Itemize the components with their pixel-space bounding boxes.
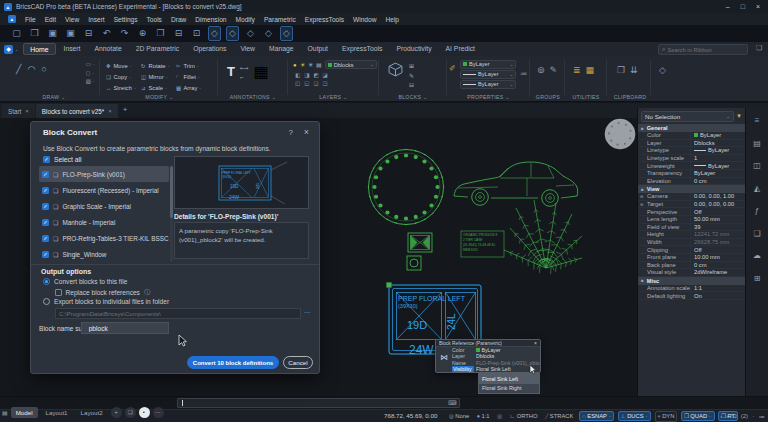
toggle-ducs[interactable]: ⊥DUCS⌄ bbox=[618, 411, 651, 421]
table-icon[interactable]: ▦ bbox=[254, 62, 269, 81]
layers-button[interactable]: ❏ bbox=[125, 407, 136, 418]
layout-tab-layout1[interactable]: Layout1 bbox=[41, 407, 73, 418]
suffix-input[interactable] bbox=[81, 322, 169, 334]
menu-file[interactable]: File bbox=[25, 16, 36, 23]
filter-icon[interactable]: ▼ bbox=[736, 113, 742, 119]
text-styles-panel-icon[interactable]: ƒ bbox=[755, 206, 759, 215]
components-panel-icon[interactable]: ⊞ bbox=[754, 274, 761, 283]
toggle-1-1[interactable]: ●1:1 bbox=[475, 412, 492, 420]
section-view[interactable]: ■View bbox=[638, 185, 745, 193]
toggle-grid[interactable]: ▦ bbox=[495, 412, 504, 420]
item-checkbox[interactable]: ✓ bbox=[42, 251, 49, 258]
toggle-esnap[interactable]: ∩ESNAP⌄ bbox=[579, 411, 615, 421]
property-value[interactable]: Off bbox=[690, 208, 745, 215]
new-file-icon[interactable]: ▢ bbox=[10, 27, 23, 40]
tab-close-icon[interactable]: × bbox=[108, 108, 112, 114]
image-icon[interactable]: ⊡ bbox=[190, 27, 203, 40]
blocks-panel-icon[interactable]: ❏ bbox=[753, 229, 760, 238]
list-item[interactable]: ✓❏Fluorescent (Recessed) - Imperial bbox=[39, 182, 169, 198]
group-tool-icon[interactable]: ⊚ bbox=[537, 65, 545, 75]
selection-dropdown[interactable]: No Selection⌄ bbox=[641, 111, 734, 122]
doc-tab-start[interactable]: Start× bbox=[2, 104, 35, 118]
circle-icon[interactable]: ○ bbox=[41, 64, 46, 74]
ribbon-panel-toggle-icon[interactable]: ❏ bbox=[756, 44, 762, 52]
new-tab-button[interactable]: + bbox=[123, 105, 128, 116]
select-all-checkbox[interactable]: ✓ bbox=[43, 156, 50, 163]
property-value[interactable]: 0 cm bbox=[690, 262, 745, 269]
dropdown-option[interactable]: Floral Sink Right bbox=[479, 384, 539, 394]
bylayer-select-1[interactable]: ByLayer⌄ bbox=[460, 70, 516, 79]
tab-close-icon[interactable]: × bbox=[25, 108, 29, 114]
clipboard-tool-icon[interactable]: ❐ bbox=[617, 65, 625, 75]
bylayer-select-0[interactable]: ByLayer⌄ bbox=[460, 60, 516, 69]
toggle-strack[interactable]: ╱STRACK bbox=[543, 412, 575, 420]
list-item[interactable]: ✓❏Graphic Scale - Imperial bbox=[39, 198, 169, 214]
menu-settings[interactable]: Settings bbox=[114, 16, 138, 23]
search-input[interactable] bbox=[667, 47, 744, 53]
dialog-close-icon[interactable]: × bbox=[304, 127, 309, 137]
property-value[interactable]: 50.00 mm bbox=[690, 216, 745, 223]
command-input[interactable] bbox=[177, 398, 460, 408]
item-checkbox[interactable]: ✓ bbox=[42, 203, 49, 210]
dropdown-option[interactable]: Floral Sink Left bbox=[479, 374, 539, 384]
property-value[interactable]: 1 bbox=[690, 155, 745, 162]
menu-draw[interactable]: Draw bbox=[171, 16, 186, 23]
scale-button[interactable]: ⊿Scale⌄ bbox=[141, 85, 176, 91]
layout-tab-layout2[interactable]: Layout2 bbox=[76, 407, 108, 418]
bricscad-logo-icon[interactable]: ◆ bbox=[4, 45, 13, 54]
property-value[interactable]: 2dWireframe bbox=[690, 269, 745, 276]
car-block[interactable] bbox=[454, 162, 578, 206]
property-value[interactable]: Dblocks bbox=[690, 140, 745, 147]
mirror-button[interactable]: ◫Mirror⌄ bbox=[141, 74, 176, 80]
layers-panel-icon[interactable]: ▤ bbox=[753, 139, 761, 148]
tab-annotate[interactable]: Annotate bbox=[89, 43, 128, 55]
popup-close-icon[interactable]: × bbox=[534, 340, 537, 346]
tab-productivity[interactable]: Productivity bbox=[390, 43, 437, 55]
stretch-button[interactable]: ↔Stretch⌄ bbox=[106, 85, 141, 91]
more-button[interactable]: ⋯ bbox=[153, 407, 164, 418]
bylayer-select-2[interactable]: ByLayer⌄ bbox=[460, 80, 516, 89]
ribbon-search[interactable]: ⌕ bbox=[658, 44, 748, 55]
save-as-icon[interactable]: ▣ bbox=[64, 27, 77, 40]
rectangle-icon[interactable]: ▭⌄ bbox=[86, 61, 95, 67]
print-icon[interactable]: ⊟ bbox=[82, 27, 95, 40]
tab-2d-parametric[interactable]: 2D Parametric bbox=[130, 43, 185, 55]
copy-icon[interactable]: ❐ bbox=[154, 27, 167, 40]
view-cube2-icon[interactable]: ◇ bbox=[226, 26, 239, 41]
redo-icon[interactable]: ↷ bbox=[118, 27, 131, 40]
doc-tab-blocks-to-convert-v25[interactable]: Blocks to convert v25*× bbox=[36, 104, 118, 118]
block-cube-icon[interactable] bbox=[388, 62, 403, 77]
app-menu-icon[interactable]: ▴ bbox=[8, 15, 16, 23]
browse-button[interactable]: ... bbox=[304, 307, 310, 314]
menu-dimension[interactable]: Dimension bbox=[195, 16, 226, 23]
replace-references-checkbox[interactable]: Replace block references ⓘ bbox=[55, 288, 150, 297]
popup-value[interactable]: ByLayer bbox=[476, 347, 540, 353]
list-scrollbar-thumb[interactable] bbox=[170, 166, 173, 218]
item-checkbox[interactable]: ✓ bbox=[42, 171, 49, 178]
property-value[interactable]: 0.00, 0.00, 1.00 bbox=[690, 193, 745, 200]
list-item[interactable]: ✓❏Manhole - Imperial bbox=[39, 214, 169, 230]
group-tool-icon[interactable]: ✎ bbox=[550, 65, 558, 75]
round-window-block[interactable] bbox=[407, 256, 421, 270]
item-checkbox[interactable]: ✓ bbox=[42, 235, 49, 242]
tab-view[interactable]: View bbox=[234, 43, 261, 55]
utility-tool-icon[interactable]: ▦ bbox=[586, 65, 595, 75]
block-tool-icon[interactable]: ✎ bbox=[409, 72, 414, 79]
view-tool-icon[interactable]: ◇ bbox=[659, 65, 666, 75]
property-value[interactable]: 1:1 bbox=[690, 285, 745, 292]
record-button[interactable]: ▪ bbox=[139, 407, 150, 418]
block-tool-icon[interactable]: ⊞ bbox=[409, 62, 414, 69]
popup-value[interactable]: Dblocks bbox=[476, 353, 540, 359]
leader-icon[interactable]: ⌐ bbox=[240, 74, 249, 80]
save-icon[interactable]: ▣ bbox=[46, 27, 59, 40]
menu-edit[interactable]: Edit bbox=[45, 16, 56, 23]
tab-manage[interactable]: Manage bbox=[263, 43, 300, 55]
hatch-icon[interactable]: ▨⌄ bbox=[86, 78, 95, 84]
layer-tool-icon[interactable]: ◨ bbox=[304, 72, 309, 78]
clipboard-tool-icon[interactable]: ⇊ bbox=[630, 65, 638, 75]
new-layout-button[interactable]: + bbox=[111, 407, 122, 418]
list-item[interactable]: ✓❏PRO-Refrig-Tables-3 TIER-KIL BSSC (v..… bbox=[39, 230, 169, 246]
tab-expresstools[interactable]: ExpressTools bbox=[336, 43, 388, 55]
item-checkbox[interactable]: ✓ bbox=[42, 219, 49, 226]
tab-ai-predict[interactable]: AI Predict bbox=[440, 43, 481, 55]
